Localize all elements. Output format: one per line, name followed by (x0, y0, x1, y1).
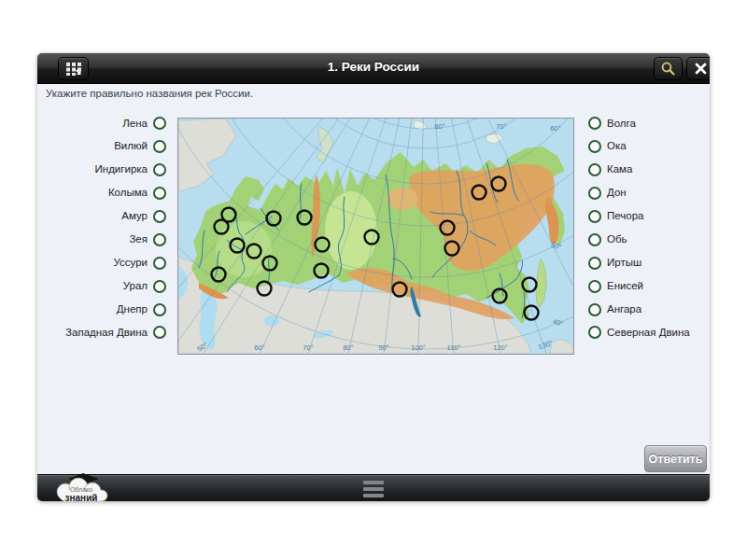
river-radio[interactable] (153, 233, 166, 246)
river-radio[interactable] (588, 163, 601, 176)
river-label: Лена (122, 118, 148, 131)
svg-text:110°: 110° (447, 343, 461, 352)
app-window: 1. Реки России Укажите правильно названи… (37, 53, 710, 501)
river-label: Енисей (607, 280, 643, 293)
river-radio[interactable] (588, 280, 601, 293)
river-option-indigirka: Индигирка (47, 159, 166, 182)
river-option-kama: Кама (588, 159, 706, 182)
river-option-oka: Ока (588, 135, 706, 159)
right-river-options: Волга Ока Кама Дон Печора Обь Иртыш Енис… (588, 112, 706, 344)
river-radio[interactable] (588, 187, 601, 200)
river-radio[interactable] (588, 257, 601, 270)
titlebar: 1. Реки России (37, 53, 710, 84)
logo-text-bottom: знаний (65, 493, 98, 501)
river-option-kolyma: Колыма (47, 182, 166, 205)
river-radio[interactable] (153, 210, 166, 223)
river-option-enisey: Енисей (588, 274, 706, 298)
river-label: Амур (121, 210, 148, 223)
river-option-lena: Лена (47, 112, 166, 135)
river-option-severnaya-dvina: Северная Двина (588, 321, 706, 344)
river-radio[interactable] (588, 303, 601, 316)
svg-text:90°: 90° (378, 343, 388, 352)
river-label: Иртыш (607, 257, 641, 270)
magnifier-icon (660, 61, 676, 77)
river-label: Северная Двина (607, 327, 690, 340)
caspian-sea (200, 288, 218, 350)
river-label: Обь (607, 233, 627, 246)
river-option-angara: Ангара (588, 298, 706, 321)
river-option-volga: Волга (588, 112, 706, 135)
river-radio[interactable] (588, 140, 601, 153)
river-radio[interactable] (588, 117, 601, 130)
svg-text:100°: 100° (411, 343, 426, 352)
river-label: Уссури (114, 257, 148, 270)
drawer-grip-handle[interactable] (363, 481, 384, 497)
svg-text:60°: 60° (254, 343, 264, 352)
river-radio[interactable] (153, 163, 166, 176)
page-title: 1. Реки России (37, 60, 710, 74)
river-radio[interactable] (153, 326, 166, 339)
river-radio[interactable] (588, 233, 601, 246)
map-canvas: 80° 70° 60° 50° 60° 70° 80° 90° 100° 110… (178, 119, 573, 354)
river-radio[interactable] (588, 326, 601, 339)
svg-text:70°: 70° (496, 122, 506, 131)
river-label: Колыма (108, 187, 148, 200)
task-instruction: Укажите правильно названия рек России. (46, 88, 253, 99)
river-label: Ока (607, 140, 627, 153)
river-label: Кама (607, 163, 632, 176)
river-option-amur: Амур (47, 205, 166, 229)
answer-button[interactable]: Ответить (644, 445, 707, 472)
river-radio[interactable] (153, 187, 166, 200)
svg-text:80°: 80° (343, 343, 353, 352)
river-option-ob: Обь (588, 228, 706, 251)
bottombar: Облако знаний (37, 474, 710, 501)
river-option-viluy: Вилюй (47, 135, 166, 159)
river-radio[interactable] (153, 140, 166, 153)
close-icon (694, 62, 708, 76)
river-radio[interactable] (153, 280, 166, 293)
river-label: Дон (607, 187, 627, 200)
river-radio[interactable] (153, 257, 166, 270)
logo-text-top: Облако (70, 486, 92, 493)
river-radio[interactable] (153, 303, 166, 316)
svg-text:60°: 60° (550, 124, 560, 133)
river-option-zapadnaya-dvina: Западная Двина (47, 321, 166, 344)
putorana-plateau (387, 188, 418, 210)
russia-rivers-map: 80° 70° 60° 50° 60° 70° 80° 90° 100° 110… (177, 118, 574, 355)
river-option-zeya: Зея (47, 228, 166, 251)
river-label: Индигирка (95, 163, 148, 176)
svg-text:80°: 80° (434, 122, 444, 131)
river-label: Вилюй (114, 140, 148, 153)
river-label: Урал (123, 280, 148, 293)
cloud-of-knowledge-logo[interactable]: Облако знаний (45, 469, 118, 501)
river-label: Зея (129, 233, 148, 246)
river-radio[interactable] (588, 210, 601, 223)
river-option-irtysh: Иртыш (588, 251, 706, 274)
river-radio[interactable] (153, 117, 166, 130)
search-button[interactable] (654, 57, 683, 80)
svg-text:70°: 70° (303, 343, 313, 352)
river-label: Западная Двина (65, 327, 148, 340)
river-option-don: Дон (588, 182, 706, 205)
river-label: Печора (607, 210, 643, 223)
close-button[interactable] (686, 57, 710, 80)
river-label: Ангара (607, 303, 641, 316)
river-label: Волга (607, 118, 636, 131)
river-option-pechora: Печора (588, 205, 706, 229)
river-option-ural: Урал (47, 274, 166, 298)
river-option-dnepr: Днепр (47, 298, 166, 321)
river-label: Днепр (117, 303, 148, 316)
river-option-ussuri: Уссури (47, 251, 166, 274)
svg-text:120°: 120° (493, 343, 508, 352)
left-river-options: Лена Вилюй Индигирка Колыма Амур Зея Усс… (47, 112, 166, 344)
